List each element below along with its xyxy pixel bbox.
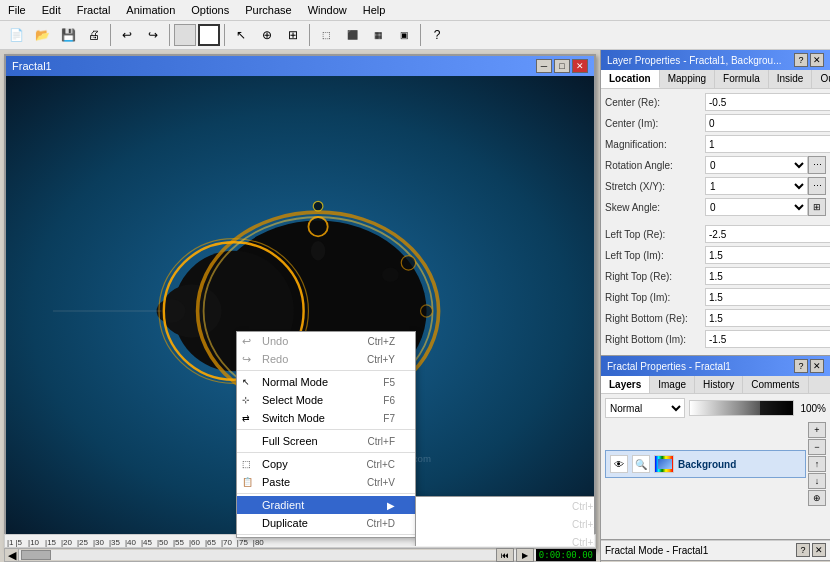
prop-right-bottom-re-input[interactable] <box>705 309 830 327</box>
prop-left-top-im-input[interactable] <box>705 246 830 264</box>
blend-mode-select[interactable]: Normal <box>605 398 685 418</box>
prop-right-bottom-im-label: Right Bottom (Im): <box>605 334 705 345</box>
fractal-properties-close[interactable]: ✕ <box>810 359 824 373</box>
ctx-select-mode[interactable]: ⊹ Select Mode F6 <box>237 391 415 409</box>
toolbar-paste[interactable]: ⬛ <box>340 23 364 47</box>
prop-right-top-re-input[interactable] <box>705 267 830 285</box>
layer-visibility-icon[interactable]: 👁 <box>610 455 628 473</box>
frac-tab-layers[interactable]: Layers <box>601 376 650 393</box>
fractal-maximize[interactable]: □ <box>554 59 570 73</box>
fractal-canvas[interactable]: www.ultrafractal.com ↩ Undo Ctrl+Z ↪ Red… <box>6 76 594 546</box>
toolbar-open[interactable]: 📂 <box>30 23 54 47</box>
toolbar-help[interactable]: ? <box>425 23 449 47</box>
toolbar-print[interactable]: 🖨 <box>82 23 106 47</box>
menu-purchase[interactable]: Purchase <box>237 2 299 18</box>
ctx-sep3 <box>237 452 415 453</box>
ctx-duplicate-shortcut: Ctrl+D <box>366 518 395 529</box>
toolbar-btn2[interactable] <box>198 24 220 46</box>
fractal-close[interactable]: ✕ <box>572 59 588 73</box>
tab-mapping[interactable]: Mapping <box>660 70 715 88</box>
ctx-duplicate[interactable]: Duplicate Ctrl+D <box>237 514 415 532</box>
ruler-mark: |25 <box>77 538 88 547</box>
scroll-left-btn[interactable]: ◀ <box>5 549 19 561</box>
tab-location[interactable]: Location <box>601 70 660 88</box>
layer-gradient-icon[interactable] <box>654 455 674 473</box>
fractal-properties-help[interactable]: ? <box>794 359 808 373</box>
ctx-normal-mode[interactable]: ↖ Normal Mode F5 <box>237 373 415 391</box>
prop-center-im: Center (Im): <box>605 114 826 132</box>
prop-right-top-im-input[interactable] <box>705 288 830 306</box>
prop-rotation-select[interactable]: 0 <box>705 156 808 174</box>
fractal-minimize[interactable]: ─ <box>536 59 552 73</box>
prop-rotation-btn[interactable]: ⋯ <box>808 156 826 174</box>
svg-point-13 <box>308 217 327 236</box>
ctx-copy[interactable]: ⬚ Copy Ctrl+C <box>237 455 415 473</box>
prop-center-im-input[interactable] <box>705 114 830 132</box>
h-scrollbar-thumb[interactable] <box>21 550 51 560</box>
prop-magnification-input[interactable] <box>705 135 830 153</box>
layer-row-background[interactable]: 👁 🔍 Background <box>605 450 806 478</box>
toolbar-move[interactable]: ⊕ <box>255 23 279 47</box>
toolbar-extra2[interactable]: ▣ <box>392 23 416 47</box>
opacity-bar[interactable] <box>689 400 794 416</box>
ctx-normal-mode-shortcut: F5 <box>383 377 395 388</box>
fractal-properties-panel: Fractal Properties - Fractal1 ? ✕ Layers… <box>601 356 830 540</box>
layer-properties-help[interactable]: ? <box>794 53 808 67</box>
layer-zoom-icon[interactable]: 🔍 <box>632 455 650 473</box>
layer-delete-btn[interactable]: − <box>808 439 826 455</box>
fractal-mode-help[interactable]: ? <box>796 543 810 557</box>
sub-randomize-bright[interactable]: Randomize Bright Ctrl+2 <box>416 515 594 533</box>
ctx-undo[interactable]: ↩ Undo Ctrl+Z <box>237 332 415 350</box>
sub-randomize[interactable]: Randomize Ctrl+1 <box>416 497 594 515</box>
prop-skew-select[interactable]: 0 <box>705 198 808 216</box>
toolbar-new[interactable]: 📄 <box>4 23 28 47</box>
menu-animation[interactable]: Animation <box>118 2 183 18</box>
menu-window[interactable]: Window <box>300 2 355 18</box>
tab-outside[interactable]: Outside <box>812 70 830 88</box>
prop-stretch-btn[interactable]: ⋯ <box>808 177 826 195</box>
menu-options[interactable]: Options <box>183 2 237 18</box>
ruler-mark: |80 <box>253 538 264 547</box>
prop-skew-btn[interactable]: ⊞ <box>808 198 826 216</box>
transport-play[interactable]: ▶ <box>516 548 534 562</box>
ctx-switch-mode[interactable]: ⇄ Switch Mode F7 <box>237 409 415 427</box>
fractal-window-title: Fractal1 <box>12 60 52 72</box>
fractal-mode-close[interactable]: ✕ <box>812 543 826 557</box>
prop-left-top-re-input[interactable] <box>705 225 830 243</box>
tab-formula[interactable]: Formula <box>715 70 769 88</box>
prop-right-bottom-im-input[interactable] <box>705 330 830 348</box>
layer-duplicate-btn[interactable]: ⊕ <box>808 490 826 506</box>
layer-up-btn[interactable]: ↑ <box>808 456 826 472</box>
layer-down-btn[interactable]: ↓ <box>808 473 826 489</box>
frac-tab-history[interactable]: History <box>695 376 743 393</box>
tab-inside[interactable]: Inside <box>769 70 813 88</box>
frac-tab-comments[interactable]: Comments <box>743 376 808 393</box>
ctx-paste[interactable]: 📋 Paste Ctrl+V <box>237 473 415 491</box>
frac-tab-image[interactable]: Image <box>650 376 695 393</box>
normalmode-icon: ↖ <box>242 377 250 387</box>
toolbar-redo[interactable]: ↪ <box>141 23 165 47</box>
layer-add-btn[interactable]: + <box>808 422 826 438</box>
toolbar-zoom[interactable]: ⊞ <box>281 23 305 47</box>
main-layout: Fractal1 ─ □ ✕ <box>0 50 830 562</box>
toolbar-select[interactable]: ↖ <box>229 23 253 47</box>
menu-fractal[interactable]: Fractal <box>69 2 119 18</box>
menu-help[interactable]: Help <box>355 2 394 18</box>
toolbar-extra1[interactable]: ▦ <box>366 23 390 47</box>
layer-properties-close[interactable]: ✕ <box>810 53 824 67</box>
menu-edit[interactable]: Edit <box>34 2 69 18</box>
toolbar-undo[interactable]: ↩ <box>115 23 139 47</box>
ctx-gradient[interactable]: Gradient ▶ Randomize Ctrl+1 Randomize Br… <box>237 496 415 514</box>
ctx-redo[interactable]: ↪ Redo Ctrl+Y <box>237 350 415 368</box>
prop-stretch-select[interactable]: 1 <box>705 177 808 195</box>
toolbar-btn1[interactable] <box>174 24 196 46</box>
copy-icon: ⬚ <box>242 459 251 469</box>
menu-file[interactable]: File <box>0 2 34 18</box>
ctx-fullscreen[interactable]: Full Screen Ctrl+F <box>237 432 415 450</box>
selectmode-icon: ⊹ <box>242 395 250 405</box>
toolbar-save[interactable]: 💾 <box>56 23 80 47</box>
prop-center-re-input[interactable] <box>705 93 830 111</box>
sub-randomize-misty[interactable]: Randomize Misty Ctrl+3 <box>416 533 594 546</box>
transport-rewind[interactable]: ⏮ <box>496 548 514 562</box>
toolbar-copy[interactable]: ⬚ <box>314 23 338 47</box>
